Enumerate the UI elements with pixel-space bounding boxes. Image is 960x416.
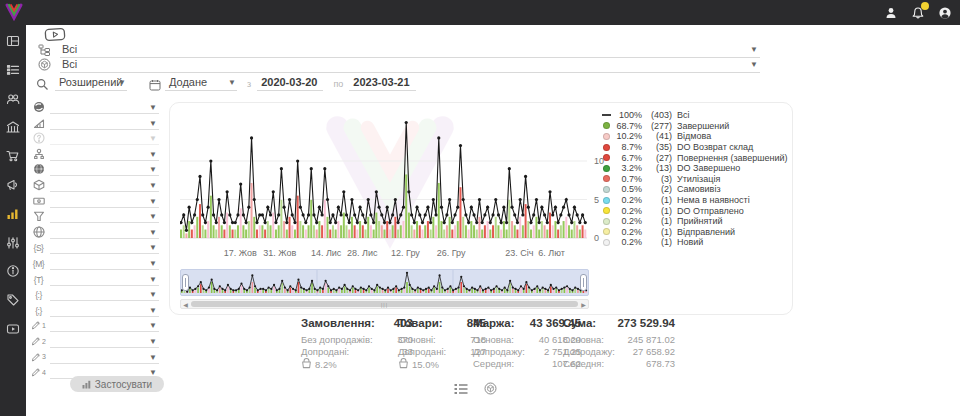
sidebar-item-video[interactable] bbox=[0, 317, 26, 341]
sidebar-item-sliders[interactable] bbox=[0, 231, 26, 255]
legend-item[interactable]: 0.2%(1)Відправлений bbox=[602, 227, 790, 238]
legend-item[interactable]: 0.2%(1)Новий bbox=[602, 237, 790, 248]
filter-select[interactable]: ▼ bbox=[50, 101, 159, 114]
sidebar-item-store[interactable] bbox=[0, 115, 26, 139]
legend-item[interactable]: 0.2%(1)DO Отправлено bbox=[602, 205, 790, 216]
legend-dot-swatch bbox=[602, 228, 611, 235]
filter-select[interactable]: ▼ bbox=[50, 241, 159, 254]
filter-select[interactable]: ▼ bbox=[50, 163, 159, 176]
content: Всі ▼ Всі ▼ Розширений ▼ bbox=[26, 25, 960, 416]
legend-item[interactable]: 0.2%(1)Прийнятий bbox=[602, 216, 790, 227]
filter-select[interactable]: ▼ bbox=[50, 117, 159, 130]
stat-row-value: 678.73 bbox=[646, 358, 675, 370]
filter-select[interactable]: ▼ bbox=[50, 257, 159, 270]
search-icon[interactable] bbox=[36, 78, 49, 91]
x-tick-label: 17. Жов bbox=[224, 248, 257, 258]
stat-title-label: Сума: bbox=[563, 317, 596, 329]
x-tick-label: 14. Лис bbox=[311, 248, 341, 258]
filter-row-pencil-1: 1▼ bbox=[31, 317, 159, 332]
sidebar-item-analytics[interactable] bbox=[0, 202, 26, 226]
x-tick-label: 6. Лют bbox=[538, 248, 565, 258]
filter-row-banknote: ▼ bbox=[31, 193, 159, 208]
filter-select[interactable]: ▼ bbox=[50, 148, 159, 161]
sidebar-item-cart[interactable] bbox=[0, 144, 26, 168]
filter-select[interactable]: ▼ bbox=[50, 288, 159, 301]
pencil-icon: 4 bbox=[31, 366, 46, 379]
stat-row-label: Допродані: bbox=[301, 346, 349, 358]
chevron-down-icon: ▼ bbox=[149, 104, 157, 112]
chevron-down-icon: ▼ bbox=[149, 322, 157, 330]
date-field-select[interactable]: Додане ▼ bbox=[165, 76, 237, 91]
orders-chart[interactable] bbox=[180, 109, 589, 242]
account-icon[interactable] bbox=[937, 5, 952, 20]
stat-row-value: 27 658.92 bbox=[633, 346, 675, 358]
legend-count: (3) bbox=[646, 174, 672, 184]
filter-select[interactable]: ▼ bbox=[50, 210, 159, 223]
legend-dot-swatch bbox=[602, 165, 611, 172]
filter-select[interactable]: ▼ bbox=[50, 304, 159, 317]
chart-brush[interactable] bbox=[180, 269, 589, 296]
chart-small-icon bbox=[82, 380, 91, 389]
filter-row-cube: ▼ bbox=[31, 177, 159, 192]
chevron-down-icon: ▼ bbox=[149, 120, 157, 128]
tree-icon bbox=[36, 44, 52, 58]
filter-select[interactable]: ▼ bbox=[50, 319, 159, 332]
stat-row-label: Допродані: bbox=[398, 346, 446, 358]
legend-item[interactable]: 3.2%(13)DO Завершено bbox=[602, 163, 790, 174]
legend-count: (27) bbox=[646, 153, 672, 163]
date-to-input[interactable]: 2023-03-21 bbox=[349, 76, 415, 91]
date-from-input[interactable]: 2020-03-20 bbox=[257, 76, 323, 91]
search-mode-select[interactable]: Розширений ▼ bbox=[55, 76, 127, 91]
chevron-down-icon: ▼ bbox=[149, 354, 157, 362]
sidebar-item-dashboard[interactable] bbox=[0, 29, 26, 53]
legend-label: Завершений bbox=[677, 121, 729, 131]
legend-percent: 10.2% bbox=[614, 131, 642, 141]
filter-select[interactable]: ▼ bbox=[50, 195, 159, 208]
filter-select[interactable]: ▼ bbox=[50, 351, 159, 364]
scroll-left-icon[interactable]: ◀ bbox=[181, 300, 190, 308]
filter-select[interactable]: ▼ bbox=[50, 132, 159, 145]
sidebar-item-orders-list[interactable] bbox=[0, 58, 26, 82]
brush-handle-left[interactable] bbox=[182, 274, 189, 291]
legend-count: (13) bbox=[646, 163, 672, 173]
brush-minichart bbox=[181, 270, 588, 295]
app-logo[interactable] bbox=[4, 2, 24, 22]
user-icon[interactable] bbox=[883, 5, 898, 20]
sidebar-item-megaphone[interactable] bbox=[0, 173, 26, 197]
scrollbar-thumb[interactable]: ||| bbox=[191, 301, 578, 307]
legend-item[interactable]: 6.7%(27)Повернення (завершений) bbox=[602, 152, 790, 163]
search-mode-value: Розширений bbox=[59, 76, 122, 88]
legend-count: (1) bbox=[646, 216, 672, 226]
stat-row: Допродажу:27 658.92 bbox=[563, 346, 675, 358]
legend-item[interactable]: 0.5%(2)Самовивіз bbox=[602, 184, 790, 195]
chart-scrollbar[interactable]: ◀ ||| ▶ bbox=[180, 299, 589, 309]
package-icon[interactable] bbox=[484, 381, 497, 399]
filter-select[interactable]: ▼ bbox=[50, 226, 159, 239]
chevron-down-icon: ▼ bbox=[149, 166, 157, 174]
stat-row-label: Середня: bbox=[563, 358, 604, 370]
filter-select[interactable]: ▼ bbox=[50, 335, 159, 348]
stat-row-label: Середня: bbox=[473, 358, 514, 370]
legend-item[interactable]: 8.7%(35)DO Возврат склад bbox=[602, 142, 790, 153]
apply-button[interactable]: Застосувати bbox=[70, 376, 164, 392]
sidebar-item-tag[interactable] bbox=[0, 288, 26, 312]
filter-select[interactable]: ▼ bbox=[50, 179, 159, 192]
x-tick-label: 12. Гру bbox=[391, 248, 420, 258]
scroll-right-icon[interactable]: ▶ bbox=[579, 300, 588, 308]
filter-select[interactable]: ▼ bbox=[50, 273, 159, 286]
legend-item[interactable]: 0.2%(1)Нема в наявності bbox=[602, 195, 790, 206]
legend-item[interactable]: 100%(403)Всі bbox=[602, 110, 790, 121]
bell-icon[interactable] bbox=[910, 5, 925, 20]
status-filter-select[interactable]: Всі ▼ bbox=[60, 43, 760, 58]
brush-handle-right[interactable] bbox=[580, 274, 587, 291]
chevron-down-icon: ▼ bbox=[149, 229, 157, 237]
legend-count: (403) bbox=[646, 110, 672, 120]
legend-item[interactable]: 68.7%(277)Завершений bbox=[602, 121, 790, 132]
legend-item[interactable]: 10.2%(41)Відмова bbox=[602, 131, 790, 142]
legend-item[interactable]: 0.7%(3)Утилізація bbox=[602, 174, 790, 185]
list-icon[interactable] bbox=[454, 381, 468, 399]
product-filter-select[interactable]: Всі ▼ bbox=[60, 58, 760, 73]
legend-dot-swatch bbox=[602, 197, 611, 204]
sidebar-item-info[interactable] bbox=[0, 259, 26, 283]
sidebar-item-users[interactable] bbox=[0, 87, 26, 111]
